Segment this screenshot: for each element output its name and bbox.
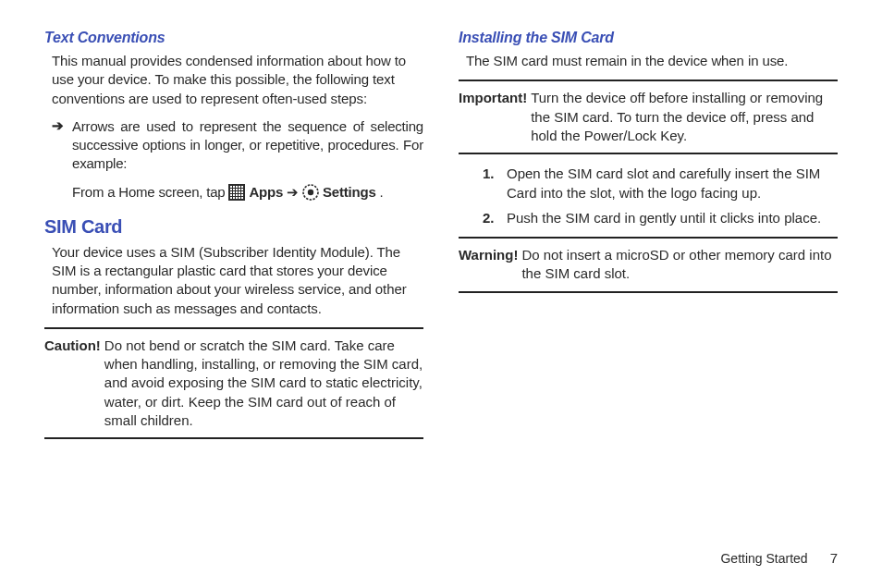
step-number: 1. (483, 164, 507, 202)
heading-text-conventions: Text Conventions (44, 30, 423, 46)
text-conventions-intro: This manual provides condensed informati… (44, 52, 423, 108)
svg-rect-4 (239, 186, 240, 188)
list-item: 2. Push the SIM card in gently until it … (483, 208, 838, 227)
step-text: Open the SIM card slot and carefully ins… (507, 164, 838, 202)
svg-rect-18 (236, 194, 238, 196)
step-number: 2. (483, 208, 507, 227)
arrow-bullet-text: Arrows are used to represent the sequenc… (72, 117, 423, 174)
arrow-separator: ➔ (287, 183, 299, 202)
install-steps-list: 1. Open the SIM card slot and carefully … (466, 164, 838, 227)
svg-rect-10 (241, 189, 243, 190)
footer-page-number: 7 (830, 550, 838, 566)
arrow-bullet: ➔ Arrows are used to represent the seque… (44, 117, 423, 202)
svg-rect-16 (230, 194, 232, 196)
svg-point-27 (308, 189, 313, 194)
svg-rect-14 (239, 191, 240, 193)
svg-rect-21 (230, 197, 232, 199)
list-item: 1. Open the SIM card slot and carefully … (483, 164, 838, 202)
step-text: Push the SIM card in gently until it cli… (507, 208, 838, 227)
svg-rect-25 (241, 197, 243, 199)
warning-block: Warning! Do not insert a microSD or othe… (459, 237, 838, 293)
svg-rect-8 (236, 189, 238, 190)
svg-rect-1 (230, 186, 232, 188)
important-body: Turn the device off before installing or… (531, 89, 838, 145)
settings-label: Settings (323, 183, 376, 202)
caution-body: Do not bend or scratch the SIM card. Tak… (104, 337, 423, 430)
arrow-icon: ➔ (52, 117, 72, 202)
svg-rect-11 (230, 191, 232, 193)
svg-rect-15 (241, 191, 243, 193)
caution-label: Caution! (44, 337, 104, 430)
right-column: Installing the SIM Card The SIM card mus… (459, 30, 838, 448)
svg-rect-24 (239, 197, 240, 199)
heading-sim-card: SIM Card (44, 216, 423, 238)
important-label: Important! (459, 89, 531, 145)
settings-gear-icon (302, 184, 319, 201)
svg-rect-12 (233, 191, 235, 193)
svg-rect-6 (230, 189, 232, 190)
svg-rect-23 (236, 197, 238, 199)
page-columns: Text Conventions This manual provides co… (44, 30, 838, 448)
apps-grid-icon (228, 184, 245, 201)
sim-card-body: Your device uses a SIM (Subscriber Ident… (44, 243, 423, 318)
svg-rect-22 (233, 197, 235, 199)
svg-rect-20 (241, 194, 243, 196)
svg-rect-5 (241, 186, 243, 188)
important-block: Important! Turn the device off before in… (459, 80, 838, 154)
svg-rect-9 (239, 189, 240, 190)
heading-installing-sim: Installing the SIM Card (459, 30, 838, 46)
apps-label: Apps (249, 183, 283, 202)
footer-section-name: Getting Started (720, 551, 807, 566)
warning-body: Do not insert a microSD or other memory … (521, 246, 838, 284)
caution-block: Caution! Do not bend or scratch the SIM … (44, 327, 423, 439)
svg-rect-17 (233, 194, 235, 196)
example-prefix: From a Home screen, tap (72, 183, 225, 202)
svg-rect-7 (233, 189, 235, 190)
svg-rect-3 (236, 186, 238, 188)
arrow-bullet-content: Arrows are used to represent the sequenc… (72, 117, 423, 202)
warning-label: Warning! (459, 246, 521, 284)
svg-rect-19 (239, 194, 240, 196)
example-line: From a Home screen, tap (72, 183, 423, 202)
page-footer: Getting Started 7 (720, 550, 838, 566)
installing-sim-intro: The SIM card must remain in the device w… (459, 52, 838, 70)
left-column: Text Conventions This manual provides co… (44, 30, 423, 448)
svg-rect-2 (233, 186, 235, 188)
example-period: . (380, 183, 384, 202)
svg-rect-13 (236, 191, 238, 193)
